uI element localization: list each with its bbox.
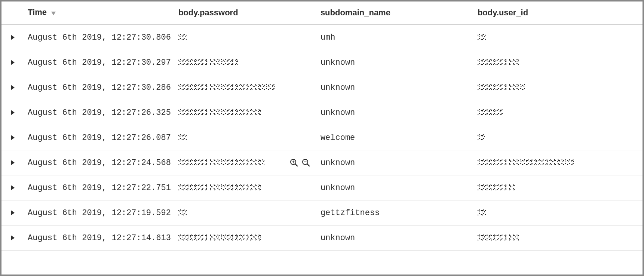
table-row[interactable]: August 6th 2019, 12:27:26.325unknown: [1, 100, 643, 125]
redacted-value: [178, 234, 261, 240]
cell-password: [175, 50, 317, 75]
column-header-userid[interactable]: body.user_id: [474, 1, 643, 25]
redacted-value: [178, 159, 264, 165]
redacted-value: [178, 184, 261, 190]
cell-password: [175, 150, 317, 175]
redacted-value: [478, 159, 575, 165]
cell-user-id: [474, 175, 643, 200]
caret-right-icon: [5, 185, 20, 190]
caret-right-icon: [5, 60, 20, 65]
svg-line-8: [295, 164, 297, 166]
cell-time: August 6th 2019, 12:27:19.592: [24, 200, 175, 226]
table-row[interactable]: August 6th 2019, 12:27:19.592gettzfitnes…: [1, 200, 643, 226]
cell-subdomain: unknown: [317, 50, 474, 75]
expand-toggle[interactable]: [1, 175, 24, 200]
caret-right-icon: [5, 110, 20, 115]
svg-marker-16: [11, 235, 15, 240]
redacted-value: [478, 234, 519, 240]
cell-user-id: [474, 226, 643, 251]
svg-marker-14: [11, 185, 15, 190]
cell-time: August 6th 2019, 12:27:14.613: [24, 226, 175, 251]
zoom-in-icon[interactable]: [290, 159, 298, 167]
expand-toggle[interactable]: [1, 150, 24, 175]
cell-password: [175, 175, 317, 200]
table-row[interactable]: August 6th 2019, 12:27:30.297unknown: [1, 50, 643, 75]
column-header-expand: [1, 1, 24, 25]
table-row[interactable]: August 6th 2019, 12:27:30.286unknown: [1, 75, 643, 100]
redacted-value: [178, 209, 187, 215]
cell-password: [175, 125, 317, 150]
column-header-userid-label: body.user_id: [478, 8, 528, 17]
expand-toggle[interactable]: [1, 125, 24, 150]
cell-password: [175, 200, 317, 226]
caret-right-icon: [5, 85, 20, 90]
cell-user-id: [474, 25, 643, 50]
svg-marker-6: [11, 160, 15, 165]
log-table-panel: Time body.password subdomain_name body.u…: [0, 0, 644, 276]
sort-desc-icon: [51, 8, 56, 18]
caret-right-icon: [5, 210, 20, 215]
caret-right-icon: [5, 235, 20, 240]
redacted-value: [178, 108, 261, 115]
cell-user-id: [474, 200, 643, 226]
redacted-value: [178, 58, 238, 65]
expand-toggle[interactable]: [1, 25, 24, 50]
cell-user-id: [474, 75, 643, 100]
expand-toggle[interactable]: [1, 75, 24, 100]
cell-password: [175, 25, 317, 50]
table-row[interactable]: August 6th 2019, 12:27:14.613unknown: [1, 226, 643, 251]
cell-time: August 6th 2019, 12:27:30.286: [24, 75, 175, 100]
redacted-value: [178, 83, 276, 90]
redacted-value: [478, 83, 526, 90]
expand-toggle[interactable]: [1, 226, 24, 251]
svg-line-12: [307, 164, 309, 166]
cell-subdomain: umh: [317, 25, 474, 50]
column-header-subdomain[interactable]: subdomain_name: [317, 1, 474, 25]
svg-marker-5: [11, 135, 15, 140]
cell-user-id: [474, 100, 643, 125]
cell-time: August 6th 2019, 12:27:24.568: [24, 150, 175, 175]
caret-right-icon: [5, 160, 20, 165]
cell-password: [175, 75, 317, 100]
column-header-time-label: Time: [28, 7, 47, 17]
expand-toggle[interactable]: [1, 200, 24, 226]
redacted-value: [178, 33, 187, 40]
expand-toggle[interactable]: [1, 50, 24, 75]
table-row[interactable]: August 6th 2019, 12:27:24.568unknown: [1, 150, 643, 175]
cell-subdomain: unknown: [317, 150, 474, 175]
table-row[interactable]: August 6th 2019, 12:27:22.751unknown: [1, 175, 643, 200]
cell-time: August 6th 2019, 12:27:30.297: [24, 50, 175, 75]
cell-time: August 6th 2019, 12:27:30.806: [24, 25, 175, 50]
svg-marker-4: [11, 110, 15, 115]
log-table: Time body.password subdomain_name body.u…: [1, 1, 643, 251]
svg-marker-1: [11, 35, 15, 40]
redacted-value: [478, 58, 519, 65]
svg-marker-3: [11, 85, 15, 90]
column-header-password[interactable]: body.password: [175, 1, 317, 25]
cell-time: August 6th 2019, 12:27:26.087: [24, 125, 175, 150]
zoom-out-icon[interactable]: [302, 159, 310, 167]
cell-user-id: [474, 50, 643, 75]
cell-time: August 6th 2019, 12:27:22.751: [24, 175, 175, 200]
svg-marker-2: [11, 60, 15, 65]
redacted-value: [478, 108, 504, 115]
cell-user-id: [474, 150, 643, 175]
column-header-time[interactable]: Time: [24, 1, 175, 25]
table-row[interactable]: August 6th 2019, 12:27:30.806umh: [1, 25, 643, 50]
redacted-value: [478, 209, 486, 215]
svg-marker-15: [11, 210, 15, 215]
cell-password: [175, 226, 317, 251]
redacted-value: [478, 134, 485, 140]
cell-subdomain: unknown: [317, 75, 474, 100]
redacted-value: [478, 33, 486, 40]
table-row[interactable]: August 6th 2019, 12:27:26.087welcome: [1, 125, 643, 150]
expand-toggle[interactable]: [1, 100, 24, 125]
cell-time: August 6th 2019, 12:27:26.325: [24, 100, 175, 125]
redacted-value: [478, 184, 515, 190]
caret-right-icon: [5, 135, 20, 140]
caret-right-icon: [5, 35, 20, 40]
table-header-row: Time body.password subdomain_name body.u…: [1, 1, 643, 25]
redacted-value: [178, 134, 187, 140]
filter-actions: [290, 159, 310, 167]
column-header-subdomain-label: subdomain_name: [321, 8, 390, 17]
